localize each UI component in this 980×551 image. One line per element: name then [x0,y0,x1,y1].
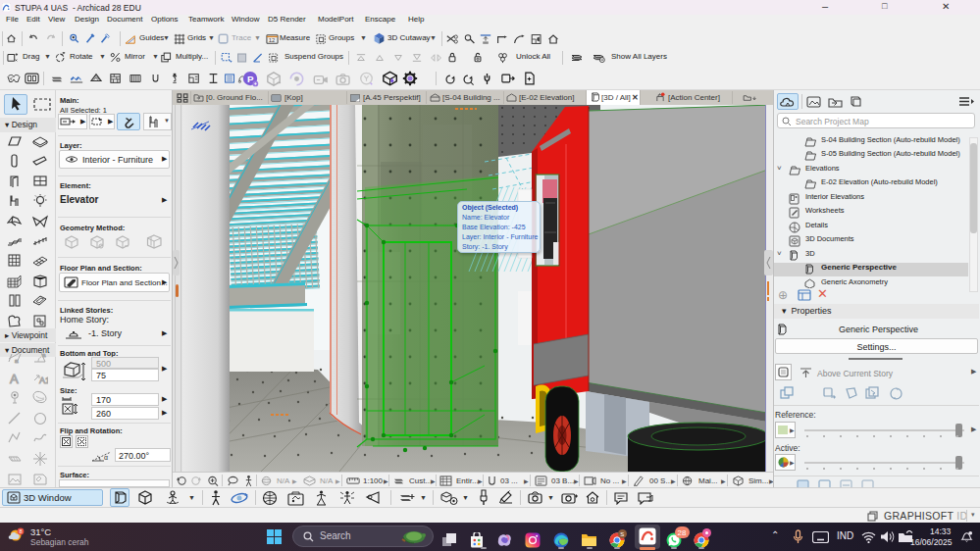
svg-text:S: S [620,531,624,537]
svg-text:28: 28 [678,528,687,537]
svg-text:P: P [247,74,254,84]
svg-text:α: α [104,454,108,461]
svg-text:12: 12 [269,37,276,43]
svg-text:8: 8 [20,528,23,534]
